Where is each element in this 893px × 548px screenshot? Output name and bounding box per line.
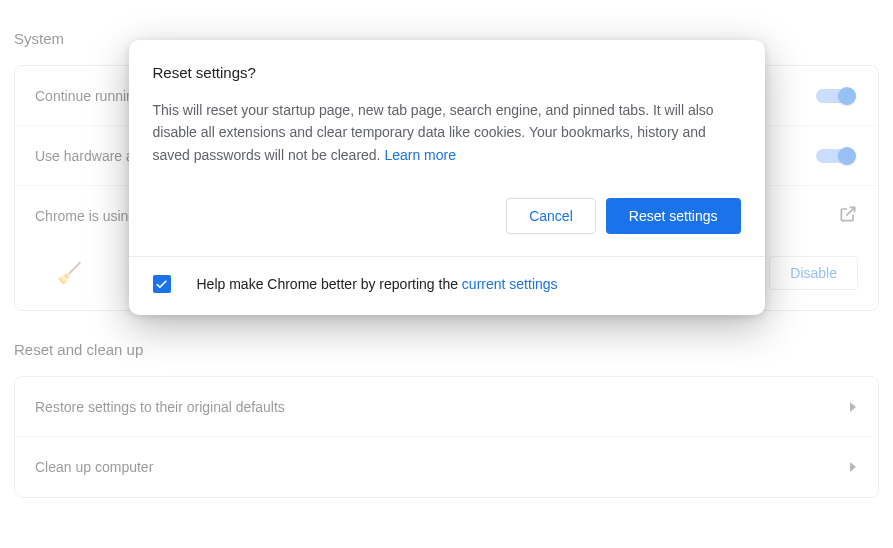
reset-settings-dialog: Reset settings? This will reset your sta… xyxy=(129,40,765,315)
dialog-title: Reset settings? xyxy=(153,64,741,81)
dialog-footer: Help make Chrome better by reporting the… xyxy=(129,256,765,315)
footer-text-prefix: Help make Chrome better by reporting the xyxy=(197,276,462,292)
dialog-description: This will reset your startup page, new t… xyxy=(153,99,741,166)
modal-overlay[interactable]: Reset settings? This will reset your sta… xyxy=(0,0,893,548)
dialog-body: Reset settings? This will reset your sta… xyxy=(129,40,765,256)
report-checkbox[interactable] xyxy=(153,275,171,293)
cancel-button[interactable]: Cancel xyxy=(506,198,596,234)
current-settings-link[interactable]: current settings xyxy=(462,276,558,292)
reset-settings-button[interactable]: Reset settings xyxy=(606,198,741,234)
footer-text: Help make Chrome better by reporting the… xyxy=(197,276,558,292)
dialog-actions: Cancel Reset settings xyxy=(153,198,741,234)
learn-more-link[interactable]: Learn more xyxy=(384,147,456,163)
